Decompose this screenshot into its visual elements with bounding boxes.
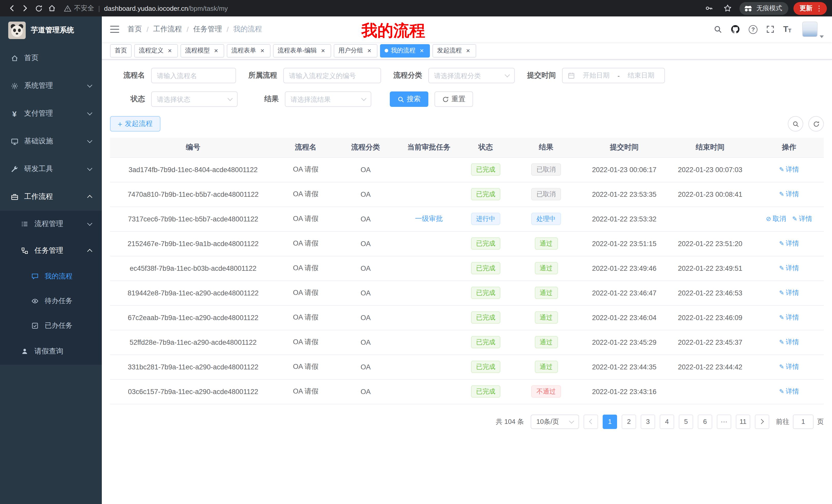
sidebar-item-payment[interactable]: ¥ 支付管理: [0, 100, 102, 128]
goto-page-input[interactable]: [793, 414, 813, 429]
detail-link[interactable]: ✎详情: [779, 338, 799, 347]
category-select-input[interactable]: [434, 72, 502, 79]
tab-close-icon[interactable]: ×: [319, 47, 327, 54]
reset-button[interactable]: 重置: [435, 91, 473, 107]
breadcrumb-home[interactable]: 首页: [128, 25, 142, 34]
prev-page-button[interactable]: [583, 414, 598, 429]
cell-category: OA: [335, 256, 396, 281]
pagination-total: 共 104 条: [496, 417, 524, 426]
page-button-6[interactable]: 6: [698, 414, 712, 429]
sidebar-item-process-mgmt[interactable]: 流程管理: [0, 211, 102, 237]
cell-end-time: 2022-01-22 23:46:53: [666, 281, 754, 305]
collapse-sidebar-button[interactable]: [110, 26, 119, 33]
detail-link[interactable]: ✎详情: [779, 190, 799, 199]
tab-流程模型[interactable]: 流程模型×: [181, 44, 224, 57]
breadcrumb-task-mgmt[interactable]: 任务管理: [193, 25, 222, 34]
detail-link[interactable]: ✎详情: [779, 387, 799, 396]
sidebar-item-workflow[interactable]: 工作流程: [0, 183, 102, 211]
tab-发起流程[interactable]: 发起流程×: [433, 44, 476, 57]
cell-id: 7470a810-7b9b-11ec-b5b7-acde48001122: [110, 182, 276, 206]
status-select[interactable]: [151, 91, 238, 107]
tab-流程表单[interactable]: 流程表单×: [227, 44, 270, 57]
sidebar-item-leave-query[interactable]: 请假查询: [0, 338, 102, 365]
bookmark-button[interactable]: [721, 2, 734, 15]
detail-link[interactable]: ✎详情: [779, 288, 799, 298]
refresh-table-button[interactable]: [808, 116, 824, 132]
date-range-picker[interactable]: 开始日期 - 结束日期: [562, 68, 665, 83]
page-button-4[interactable]: 4: [660, 414, 674, 429]
sidebar-item-devtools[interactable]: 研发工具: [0, 155, 102, 183]
reload-button[interactable]: [32, 2, 45, 15]
page-button-5[interactable]: 5: [679, 414, 693, 429]
user-avatar-menu[interactable]: [802, 22, 824, 37]
process-name-input[interactable]: [157, 72, 230, 79]
screen: 不安全 | dashboard.yudao.iocoder.cn/bpm/tas…: [0, 0, 832, 504]
font-size-button[interactable]: TT: [783, 25, 791, 33]
result-select[interactable]: [285, 91, 371, 107]
create-process-button[interactable]: + 发起流程: [110, 116, 160, 132]
cell-category: OA: [335, 231, 396, 256]
current-task-link[interactable]: 一级审批: [415, 215, 443, 222]
help-button[interactable]: ?: [749, 25, 757, 34]
next-page-button[interactable]: [755, 414, 769, 429]
page-button-11[interactable]: 11: [736, 414, 750, 429]
tab-用户分组[interactable]: 用户分组×: [334, 44, 378, 57]
detail-link[interactable]: ✎详情: [779, 362, 799, 371]
tab-流程表单-编辑[interactable]: 流程表单-编辑×: [273, 44, 331, 57]
page-size-select[interactable]: 10条/页: [531, 414, 579, 429]
detail-link[interactable]: ✎详情: [779, 165, 799, 174]
status-select-input[interactable]: [157, 95, 225, 103]
detail-link[interactable]: ✎详情: [779, 263, 799, 273]
tab-close-icon[interactable]: ×: [166, 47, 173, 54]
sidebar-item-system[interactable]: 系统管理: [0, 72, 102, 100]
sidebar-item-task-mgmt[interactable]: 任务管理: [0, 237, 102, 264]
cell-id: 3ad174fb-7b9d-11ec-8404-acde48001122: [110, 157, 276, 182]
tab-close-icon[interactable]: ×: [464, 47, 471, 54]
tab-首页[interactable]: 首页: [110, 44, 132, 57]
chevron-down-icon: [87, 166, 92, 171]
status-tag: 进行中: [471, 213, 501, 225]
security-chip[interactable]: 不安全: [64, 4, 94, 13]
tab-close-icon[interactable]: ×: [212, 47, 219, 54]
pager-ellipsis[interactable]: ···: [717, 414, 731, 429]
cancel-link[interactable]: ⊘取消: [766, 214, 786, 223]
sidebar-item-my-process[interactable]: 我的流程: [0, 264, 102, 289]
search-button[interactable]: 搜索: [390, 91, 428, 107]
detail-link[interactable]: ✎详情: [779, 239, 799, 248]
forward-button[interactable]: [19, 2, 32, 15]
fullscreen-button[interactable]: [766, 25, 774, 33]
breadcrumb-workflow[interactable]: 工作流程: [153, 25, 182, 34]
page-button-1[interactable]: 1: [603, 414, 617, 429]
incognito-badge[interactable]: 无痕模式: [739, 2, 788, 15]
result-select-input[interactable]: [290, 95, 359, 103]
tab-close-icon[interactable]: ×: [259, 47, 266, 54]
chevron-down-icon: [87, 221, 92, 226]
toggle-search-button[interactable]: [788, 116, 803, 132]
page-button-3[interactable]: 3: [641, 414, 655, 429]
tab-close-icon[interactable]: ×: [366, 47, 373, 54]
avatar: [802, 22, 817, 37]
app-logo[interactable]: 芋道管理系统: [0, 17, 102, 44]
sidebar-item-label: 我的流程: [45, 272, 73, 281]
tab-流程定义[interactable]: 流程定义×: [134, 44, 178, 57]
detail-link[interactable]: ✎详情: [792, 214, 812, 223]
header-search-button[interactable]: [714, 25, 722, 33]
detail-link[interactable]: ✎详情: [779, 313, 799, 322]
back-button[interactable]: [5, 2, 19, 15]
password-key-button[interactable]: [702, 2, 716, 15]
home-button[interactable]: [45, 2, 59, 15]
process-def-input[interactable]: [289, 72, 375, 79]
sidebar-item-infra[interactable]: 基础设施: [0, 128, 102, 155]
tab-close-icon[interactable]: ×: [418, 47, 425, 54]
tab-我的流程[interactable]: 我的流程×: [380, 44, 430, 57]
address-bar[interactable]: 不安全 | dashboard.yudao.iocoder.cn/bpm/tas…: [64, 4, 697, 13]
update-menu-button[interactable]: 更新 ⋮: [794, 2, 827, 15]
page-button-2[interactable]: 2: [622, 414, 636, 429]
table-row: 819442e8-7b9a-11ec-a290-acde48001122OA 请…: [110, 281, 824, 305]
sidebar-item-todo-tasks[interactable]: 待办任务: [0, 289, 102, 313]
category-select[interactable]: [428, 68, 515, 83]
sidebar-item-done-tasks[interactable]: 已办任务: [0, 313, 102, 338]
sidebar-item-home[interactable]: 首页: [0, 44, 102, 72]
calendar-icon: [568, 72, 575, 79]
github-button[interactable]: [731, 25, 740, 34]
